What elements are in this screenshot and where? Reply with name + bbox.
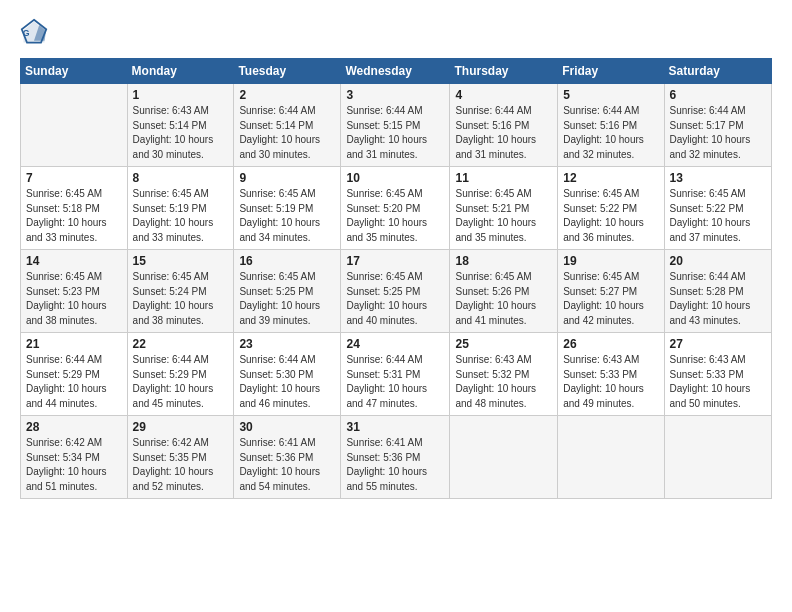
calendar-cell: 16Sunrise: 6:45 AM Sunset: 5:25 PM Dayli… (234, 250, 341, 333)
calendar-cell (664, 416, 771, 499)
calendar-cell (450, 416, 558, 499)
calendar-cell: 20Sunrise: 6:44 AM Sunset: 5:28 PM Dayli… (664, 250, 771, 333)
calendar-cell: 7Sunrise: 6:45 AM Sunset: 5:18 PM Daylig… (21, 167, 128, 250)
calendar-row: 14Sunrise: 6:45 AM Sunset: 5:23 PM Dayli… (21, 250, 772, 333)
day-number: 16 (239, 254, 335, 268)
day-number: 26 (563, 337, 658, 351)
day-info: Sunrise: 6:42 AM Sunset: 5:34 PM Dayligh… (26, 436, 122, 494)
day-info: Sunrise: 6:45 AM Sunset: 5:20 PM Dayligh… (346, 187, 444, 245)
day-number: 18 (455, 254, 552, 268)
day-number: 24 (346, 337, 444, 351)
day-info: Sunrise: 6:44 AM Sunset: 5:31 PM Dayligh… (346, 353, 444, 411)
calendar-cell: 14Sunrise: 6:45 AM Sunset: 5:23 PM Dayli… (21, 250, 128, 333)
day-info: Sunrise: 6:44 AM Sunset: 5:30 PM Dayligh… (239, 353, 335, 411)
calendar-cell: 23Sunrise: 6:44 AM Sunset: 5:30 PM Dayli… (234, 333, 341, 416)
calendar-row: 1Sunrise: 6:43 AM Sunset: 5:14 PM Daylig… (21, 84, 772, 167)
day-number: 5 (563, 88, 658, 102)
day-number: 14 (26, 254, 122, 268)
calendar-cell: 13Sunrise: 6:45 AM Sunset: 5:22 PM Dayli… (664, 167, 771, 250)
col-header-thursday: Thursday (450, 59, 558, 84)
day-info: Sunrise: 6:45 AM Sunset: 5:25 PM Dayligh… (346, 270, 444, 328)
day-info: Sunrise: 6:41 AM Sunset: 5:36 PM Dayligh… (346, 436, 444, 494)
day-info: Sunrise: 6:45 AM Sunset: 5:27 PM Dayligh… (563, 270, 658, 328)
day-number: 31 (346, 420, 444, 434)
calendar-cell: 24Sunrise: 6:44 AM Sunset: 5:31 PM Dayli… (341, 333, 450, 416)
col-header-wednesday: Wednesday (341, 59, 450, 84)
day-info: Sunrise: 6:43 AM Sunset: 5:32 PM Dayligh… (455, 353, 552, 411)
day-info: Sunrise: 6:43 AM Sunset: 5:14 PM Dayligh… (133, 104, 229, 162)
calendar-cell: 3Sunrise: 6:44 AM Sunset: 5:15 PM Daylig… (341, 84, 450, 167)
day-number: 10 (346, 171, 444, 185)
day-number: 23 (239, 337, 335, 351)
day-info: Sunrise: 6:45 AM Sunset: 5:22 PM Dayligh… (563, 187, 658, 245)
day-info: Sunrise: 6:43 AM Sunset: 5:33 PM Dayligh… (563, 353, 658, 411)
day-info: Sunrise: 6:44 AM Sunset: 5:14 PM Dayligh… (239, 104, 335, 162)
calendar-cell: 10Sunrise: 6:45 AM Sunset: 5:20 PM Dayli… (341, 167, 450, 250)
col-header-monday: Monday (127, 59, 234, 84)
day-number: 12 (563, 171, 658, 185)
day-number: 13 (670, 171, 766, 185)
calendar-cell: 19Sunrise: 6:45 AM Sunset: 5:27 PM Dayli… (558, 250, 664, 333)
day-number: 8 (133, 171, 229, 185)
day-number: 3 (346, 88, 444, 102)
day-number: 1 (133, 88, 229, 102)
calendar-cell: 2Sunrise: 6:44 AM Sunset: 5:14 PM Daylig… (234, 84, 341, 167)
day-info: Sunrise: 6:44 AM Sunset: 5:15 PM Dayligh… (346, 104, 444, 162)
day-info: Sunrise: 6:45 AM Sunset: 5:19 PM Dayligh… (239, 187, 335, 245)
day-number: 27 (670, 337, 766, 351)
calendar-cell: 25Sunrise: 6:43 AM Sunset: 5:32 PM Dayli… (450, 333, 558, 416)
calendar-cell (558, 416, 664, 499)
calendar-cell: 5Sunrise: 6:44 AM Sunset: 5:16 PM Daylig… (558, 84, 664, 167)
calendar-cell: 12Sunrise: 6:45 AM Sunset: 5:22 PM Dayli… (558, 167, 664, 250)
calendar-cell: 22Sunrise: 6:44 AM Sunset: 5:29 PM Dayli… (127, 333, 234, 416)
calendar-cell: 30Sunrise: 6:41 AM Sunset: 5:36 PM Dayli… (234, 416, 341, 499)
day-number: 20 (670, 254, 766, 268)
day-number: 11 (455, 171, 552, 185)
day-number: 2 (239, 88, 335, 102)
calendar-row: 21Sunrise: 6:44 AM Sunset: 5:29 PM Dayli… (21, 333, 772, 416)
day-info: Sunrise: 6:43 AM Sunset: 5:33 PM Dayligh… (670, 353, 766, 411)
calendar-cell: 27Sunrise: 6:43 AM Sunset: 5:33 PM Dayli… (664, 333, 771, 416)
day-number: 7 (26, 171, 122, 185)
col-header-sunday: Sunday (21, 59, 128, 84)
day-number: 17 (346, 254, 444, 268)
calendar-cell: 11Sunrise: 6:45 AM Sunset: 5:21 PM Dayli… (450, 167, 558, 250)
day-info: Sunrise: 6:44 AM Sunset: 5:29 PM Dayligh… (26, 353, 122, 411)
calendar-cell: 29Sunrise: 6:42 AM Sunset: 5:35 PM Dayli… (127, 416, 234, 499)
day-number: 29 (133, 420, 229, 434)
logo: G (20, 18, 52, 46)
day-number: 30 (239, 420, 335, 434)
day-number: 28 (26, 420, 122, 434)
calendar-cell: 1Sunrise: 6:43 AM Sunset: 5:14 PM Daylig… (127, 84, 234, 167)
day-number: 22 (133, 337, 229, 351)
day-info: Sunrise: 6:41 AM Sunset: 5:36 PM Dayligh… (239, 436, 335, 494)
calendar-cell: 31Sunrise: 6:41 AM Sunset: 5:36 PM Dayli… (341, 416, 450, 499)
page: G SundayMondayTuesdayWednesdayThursdayFr… (0, 0, 792, 509)
day-info: Sunrise: 6:45 AM Sunset: 5:23 PM Dayligh… (26, 270, 122, 328)
day-number: 4 (455, 88, 552, 102)
day-info: Sunrise: 6:45 AM Sunset: 5:18 PM Dayligh… (26, 187, 122, 245)
calendar-row: 7Sunrise: 6:45 AM Sunset: 5:18 PM Daylig… (21, 167, 772, 250)
svg-text:G: G (23, 28, 30, 38)
col-header-tuesday: Tuesday (234, 59, 341, 84)
calendar-cell: 21Sunrise: 6:44 AM Sunset: 5:29 PM Dayli… (21, 333, 128, 416)
calendar-cell: 18Sunrise: 6:45 AM Sunset: 5:26 PM Dayli… (450, 250, 558, 333)
calendar-cell (21, 84, 128, 167)
logo-icon: G (20, 18, 48, 46)
day-info: Sunrise: 6:42 AM Sunset: 5:35 PM Dayligh… (133, 436, 229, 494)
day-number: 15 (133, 254, 229, 268)
day-info: Sunrise: 6:44 AM Sunset: 5:17 PM Dayligh… (670, 104, 766, 162)
day-info: Sunrise: 6:44 AM Sunset: 5:16 PM Dayligh… (563, 104, 658, 162)
col-header-saturday: Saturday (664, 59, 771, 84)
day-info: Sunrise: 6:45 AM Sunset: 5:26 PM Dayligh… (455, 270, 552, 328)
calendar-cell: 28Sunrise: 6:42 AM Sunset: 5:34 PM Dayli… (21, 416, 128, 499)
calendar-cell: 6Sunrise: 6:44 AM Sunset: 5:17 PM Daylig… (664, 84, 771, 167)
calendar-cell: 15Sunrise: 6:45 AM Sunset: 5:24 PM Dayli… (127, 250, 234, 333)
day-info: Sunrise: 6:44 AM Sunset: 5:28 PM Dayligh… (670, 270, 766, 328)
calendar-row: 28Sunrise: 6:42 AM Sunset: 5:34 PM Dayli… (21, 416, 772, 499)
calendar-cell: 26Sunrise: 6:43 AM Sunset: 5:33 PM Dayli… (558, 333, 664, 416)
day-info: Sunrise: 6:45 AM Sunset: 5:22 PM Dayligh… (670, 187, 766, 245)
calendar-cell: 8Sunrise: 6:45 AM Sunset: 5:19 PM Daylig… (127, 167, 234, 250)
day-info: Sunrise: 6:45 AM Sunset: 5:24 PM Dayligh… (133, 270, 229, 328)
day-number: 6 (670, 88, 766, 102)
